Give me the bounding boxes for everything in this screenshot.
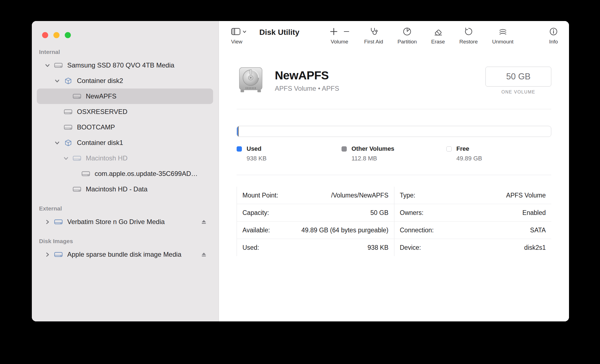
erase-icon [434, 27, 443, 36]
detail-row-capacity: Capacity: 50 GB [237, 204, 394, 222]
sidebar-item-label: com.apple.os.update-35C699AD… [95, 170, 213, 178]
detail-label: Owners: [400, 209, 424, 217]
window-title: Disk Utility [259, 28, 299, 37]
volume-button[interactable]: Volume [329, 25, 350, 45]
detail-value: Enabled [523, 209, 546, 217]
volume-size-badge: 50 GB ONE VOLUME [485, 67, 551, 95]
sidebar-section-header-internal: Internal [39, 49, 219, 55]
info-icon [549, 27, 558, 36]
usage-bar-other-segment [238, 126, 239, 137]
detail-label: Used: [242, 244, 259, 251]
sidebar-item-label: Macintosh HD - Data [86, 185, 213, 193]
sidebar-item-label: NewAPFS [86, 92, 213, 100]
volume-icon [72, 93, 82, 99]
container-icon [63, 77, 73, 84]
used-swatch [237, 146, 242, 152]
legend-item-used: Used 938 KB [237, 145, 342, 162]
volume-size-value: 50 GB [485, 67, 551, 87]
detail-value: APFS Volume [506, 192, 546, 199]
device-tree: Internal Samsung SSD 870 QVO 4TB Media C… [32, 21, 219, 262]
legend-label: Used [247, 145, 262, 152]
volume-subtitle: APFS Volume • APFS [275, 85, 339, 92]
erase-button[interactable]: Erase [431, 25, 445, 45]
toolbar-button-label: Restore [459, 39, 478, 45]
legend-label: Free [456, 145, 469, 152]
detail-label: Mount Point: [242, 192, 278, 199]
sidebar-item-label: OSXRESERVED [77, 108, 213, 116]
sidebar-item-com-apple-os-update[interactable]: com.apple.os.update-35C699AD… [37, 166, 213, 181]
sidebar-item-newapfs[interactable]: NewAPFS [37, 89, 213, 104]
toolbar-button-label: Partition [397, 39, 417, 45]
legend-item-free: Free 49.89 GB [446, 145, 551, 162]
chevron-down-icon[interactable] [60, 156, 72, 161]
sidebar-item-osxreserved[interactable]: OSXRESERVED [37, 104, 213, 119]
external-drive-icon [53, 219, 64, 225]
hard-disk-image [237, 66, 265, 95]
sidebar-toggle-icon [231, 28, 240, 35]
view-button-label: View [231, 39, 242, 45]
detail-row-available: Available: 49.89 GB (64 bytes purgeable) [237, 222, 394, 239]
detail-label: Capacity: [242, 209, 269, 217]
disk-image-icon [53, 251, 64, 258]
volume-icon [81, 171, 91, 177]
detail-value: 938 KB [368, 244, 388, 251]
sidebar-item-verbatim-drive[interactable]: Verbatim Store n Go Drive Media [37, 214, 213, 230]
view-button[interactable]: View [231, 25, 247, 45]
chevron-right-icon[interactable] [42, 252, 53, 257]
unmount-button[interactable]: Unmount [492, 25, 513, 45]
detail-value: 50 GB [370, 209, 388, 217]
other-volumes-swatch [342, 146, 347, 152]
sidebar-item-samsung-ssd[interactable]: Samsung SSD 870 QVO 4TB Media [37, 58, 213, 73]
main-panel: View Disk Utility Volume First Aid [219, 21, 569, 321]
chevron-down-icon[interactable] [51, 78, 63, 84]
info-button[interactable]: Info [549, 25, 558, 45]
toolbar-button-label: First Aid [364, 39, 383, 45]
close-window-button[interactable] [42, 32, 48, 38]
sidebar-item-macintosh-hd[interactable]: Macintosh HD [37, 150, 213, 166]
chevron-right-icon[interactable] [42, 219, 53, 225]
toolbar-button-label: Erase [431, 39, 445, 45]
partition-icon [403, 27, 412, 36]
minimize-window-button[interactable] [53, 32, 60, 38]
sidebar-item-bootcamp[interactable]: BOOTCAMP [37, 119, 213, 135]
detail-label: Available: [242, 227, 270, 234]
legend-label: Other Volumes [351, 145, 394, 152]
partition-button[interactable]: Partition [397, 25, 417, 45]
detail-label: Device: [400, 244, 421, 251]
sidebar-item-label: Macintosh HD [86, 154, 213, 162]
remove-volume-icon[interactable] [343, 28, 350, 35]
zoom-window-button[interactable] [65, 32, 71, 38]
add-volume-icon[interactable] [329, 27, 338, 36]
sidebar-item-label: Samsung SSD 870 QVO 4TB Media [67, 61, 213, 69]
first-aid-button[interactable]: First Aid [364, 25, 383, 45]
restore-button[interactable]: Restore [459, 25, 478, 45]
sidebar-item-label: BOOTCAMP [77, 123, 213, 131]
unmount-icon [498, 27, 507, 36]
volume-name: NewAPFS [275, 69, 339, 82]
usage-legend: Used 938 KB Other Volumes 112.8 MB Free [237, 145, 551, 162]
sidebar-section-header-disk-images: Disk Images [39, 238, 219, 245]
detail-row-used: Used: 938 KB [237, 239, 394, 256]
eject-button[interactable] [201, 219, 213, 225]
volume-header: NewAPFS APFS Volume • APFS 50 GB ONE VOL… [237, 66, 551, 95]
sidebar-item-macintosh-hd-data[interactable]: Macintosh HD - Data [37, 181, 213, 197]
chevron-down-icon[interactable] [42, 63, 53, 68]
legend-value: 938 KB [247, 155, 342, 162]
sidebar-item-container-disk1[interactable]: Container disk1 [37, 135, 213, 150]
volume-icon [72, 155, 82, 161]
toolbar-buttons: Volume First Aid Partition Erase Restore [329, 25, 558, 45]
sidebar-item-apple-sparse-bundle[interactable]: Apple sparse bundle disk image Media [37, 247, 213, 262]
details-right-column: Type: APFS Volume Owners: Enabled Connec… [394, 187, 552, 256]
details-left-column: Mount Point: /Volumes/NewAPFS Capacity: … [237, 187, 394, 256]
sidebar-item-container-disk2[interactable]: Container disk2 [37, 73, 213, 89]
detail-row-connection: Connection: SATA [394, 222, 552, 239]
legend-item-other-volumes: Other Volumes 112.8 MB [342, 145, 446, 162]
detail-label: Connection: [400, 227, 434, 234]
eject-button[interactable] [201, 252, 213, 258]
toolbar-button-label: Volume [331, 39, 348, 45]
chevron-down-icon[interactable] [51, 140, 63, 145]
sidebar-section-header-external: External [39, 205, 219, 212]
volume-icon [63, 109, 73, 115]
detail-row-mount-point: Mount Point: /Volumes/NewAPFS [237, 187, 394, 204]
detail-value: /Volumes/NewAPFS [331, 192, 388, 199]
